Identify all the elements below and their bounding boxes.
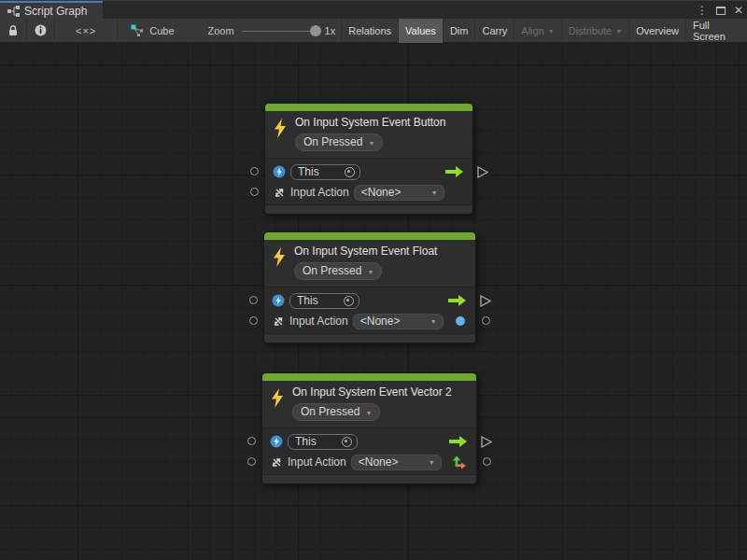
- trigger-dropdown[interactable]: On Pressed ▼: [292, 403, 380, 421]
- values-button[interactable]: Values: [399, 19, 444, 43]
- distribute-button: Distribute ▼: [562, 19, 629, 43]
- node-header: On Input System Event Float On Pressed ▼: [264, 240, 475, 287]
- input-port-target[interactable]: [247, 437, 256, 445]
- input-action-select[interactable]: <None> ▼: [354, 185, 444, 201]
- node-header: On Input System Event Vector 2 On Presse…: [262, 381, 476, 427]
- graph-icon: [7, 6, 20, 17]
- input-action-select[interactable]: <None> ▼: [353, 314, 444, 329]
- event-bolt-icon: [272, 247, 287, 267]
- trigger-dropdown[interactable]: On Pressed ▼: [295, 133, 383, 151]
- flow-arrow-icon: [449, 436, 467, 447]
- caret-down-icon: ▼: [431, 189, 438, 196]
- flow-output-port[interactable]: [480, 295, 491, 307]
- caret-down-icon: ▼: [548, 28, 555, 35]
- flow-arrow-icon: [448, 295, 466, 306]
- node-title: On Input System Event Vector 2: [292, 385, 452, 399]
- gameobject-icon: [272, 294, 285, 307]
- node-row-action: Input Action <None> ▼: [262, 452, 476, 472]
- object-picker-icon[interactable]: [344, 296, 354, 306]
- info-icon: [35, 24, 47, 36]
- node-footer: [262, 474, 476, 483]
- input-action-select[interactable]: <None> ▼: [351, 455, 442, 470]
- node-row-target: This: [264, 290, 475, 311]
- node-row-action: Input Action <None> ▼: [265, 182, 472, 203]
- caret-down-icon: ▼: [367, 269, 374, 275]
- input-action-label: Input Action: [290, 186, 349, 199]
- this-object-field[interactable]: This: [289, 293, 359, 309]
- close-icon[interactable]: ✕: [734, 1, 743, 20]
- fullscreen-button[interactable]: Full Screen: [686, 19, 746, 43]
- node-title: On Input System Event Float: [294, 245, 437, 259]
- input-action-label: Input Action: [288, 455, 346, 469]
- event-bolt-icon: [273, 119, 288, 138]
- input-action-label: Input Action: [289, 315, 348, 328]
- this-object-field[interactable]: This: [288, 434, 358, 450]
- flow-arrow-icon: [445, 166, 463, 177]
- value-output-port[interactable]: [483, 457, 491, 466]
- maximize-icon[interactable]: [716, 7, 726, 15]
- input-port-action[interactable]: [249, 316, 258, 325]
- zoom-slider-track[interactable]: [242, 31, 321, 32]
- tab-label: Script Graph: [24, 5, 87, 18]
- node-footer: [264, 333, 475, 343]
- node-row-target: This: [265, 161, 472, 182]
- overview-button[interactable]: Overview: [629, 19, 686, 43]
- node-body: This: [265, 158, 472, 204]
- node-header: On Input System Event Button On Pressed …: [265, 111, 472, 158]
- graph-name-label: Cube: [149, 25, 174, 36]
- node-accent-bar: [264, 232, 475, 240]
- lock-button[interactable]: [0, 19, 26, 43]
- graph-asset-icon: [131, 24, 145, 36]
- float-value-icon: [456, 316, 465, 326]
- script-graph-window: Script Graph ⋮ ✕ <×>: [0, 0, 747, 560]
- vector2-value-icon: [452, 455, 466, 469]
- node-on-input-system-event-button[interactable]: On Input System Event Button On Pressed …: [264, 103, 473, 215]
- caret-down-icon: ▼: [615, 28, 622, 35]
- gameobject-icon: [270, 435, 283, 448]
- caret-down-icon: ▼: [429, 459, 435, 466]
- zoom-label: Zoom: [208, 25, 234, 36]
- input-port-target[interactable]: [249, 296, 258, 304]
- input-port-action[interactable]: [250, 188, 259, 196]
- graph-toolbar: <×> Cube Zoom 1x Relations Values: [0, 19, 747, 43]
- node-on-input-system-event-vector2[interactable]: On Input System Event Vector 2 On Presse…: [261, 372, 477, 484]
- tab-bar: Script Graph ⋮ ✕: [0, 0, 747, 19]
- node-body: This: [264, 287, 475, 333]
- window-menu-icon[interactable]: ⋮: [697, 1, 708, 20]
- caret-down-icon: ▼: [368, 140, 374, 147]
- input-action-icon: [272, 315, 285, 328]
- tab-script-graph[interactable]: Script Graph: [0, 1, 103, 20]
- input-action-icon: [270, 455, 283, 469]
- zoom-slider[interactable]: [242, 19, 321, 43]
- this-object-field[interactable]: This: [290, 164, 360, 180]
- graph-reference[interactable]: Cube: [118, 24, 183, 36]
- node-row-action: Input Action <None> ▼: [264, 311, 475, 331]
- object-picker-icon[interactable]: [342, 437, 352, 447]
- input-port-target[interactable]: [250, 167, 259, 175]
- view-options-group: Relations Values Dim Carry Align ▼ Distr…: [341, 19, 746, 43]
- event-bolt-icon: [270, 388, 285, 408]
- zoom-slider-handle[interactable]: [310, 25, 321, 36]
- carry-button[interactable]: Carry: [475, 19, 514, 43]
- object-picker-icon[interactable]: [345, 167, 355, 177]
- dim-button[interactable]: Dim: [444, 19, 476, 43]
- relations-button[interactable]: Relations: [342, 19, 399, 43]
- window-controls: ⋮ ✕: [697, 1, 743, 20]
- node-row-target: This: [262, 431, 476, 452]
- node-footer: [265, 204, 472, 214]
- input-port-action[interactable]: [247, 457, 256, 466]
- caret-down-icon: ▼: [430, 318, 437, 325]
- trigger-dropdown[interactable]: On Pressed ▼: [294, 262, 382, 280]
- value-output-port[interactable]: [482, 316, 490, 325]
- node-on-input-system-event-float[interactable]: On Input System Event Float On Pressed ▼: [263, 231, 476, 343]
- node-accent-bar: [265, 104, 472, 111]
- node-title: On Input System Event Button: [295, 116, 445, 130]
- flow-output-port[interactable]: [481, 436, 492, 448]
- node-body: This: [262, 427, 476, 474]
- code-view-button[interactable]: <×>: [55, 19, 117, 43]
- inspector-button[interactable]: [27, 19, 54, 43]
- caret-down-icon: ▼: [365, 410, 372, 416]
- flow-output-port[interactable]: [477, 166, 488, 178]
- input-action-icon: [273, 186, 286, 199]
- graph-canvas[interactable]: On Input System Event Button On Pressed …: [0, 44, 747, 560]
